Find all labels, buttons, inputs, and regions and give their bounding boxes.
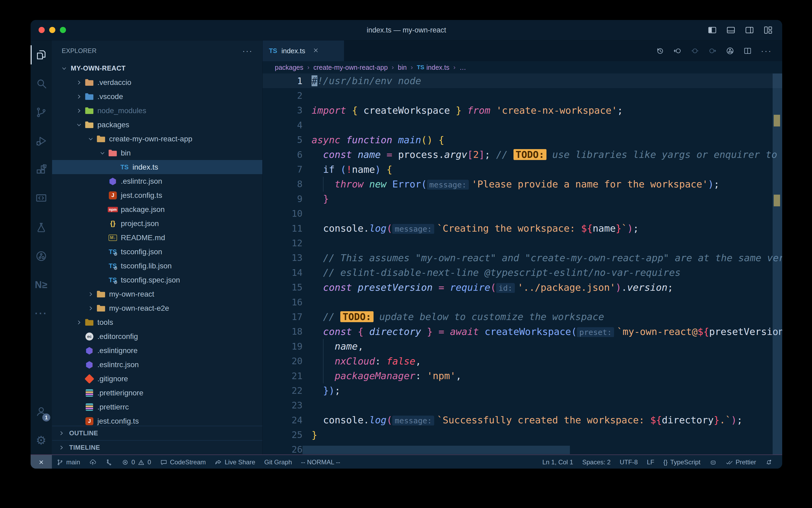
- status-encoding[interactable]: UTF-8: [615, 455, 642, 469]
- activity-item-run-debug[interactable]: [31, 127, 52, 156]
- split-editor-icon[interactable]: [744, 47, 752, 55]
- tree-item-.prettierrc[interactable]: .prettierrc: [52, 400, 262, 414]
- git-graph-circle-icon[interactable]: [726, 47, 734, 55]
- line-number[interactable]: 26: [262, 444, 302, 455]
- line-number[interactable]: 19: [262, 341, 302, 352]
- status-language-mode[interactable]: {}TypeScript: [659, 455, 705, 469]
- line-number[interactable]: 10: [262, 208, 302, 219]
- vertical-scrollbar[interactable]: [773, 74, 782, 455]
- history-icon[interactable]: [656, 47, 664, 55]
- line-number[interactable]: 13: [262, 252, 302, 263]
- line-number[interactable]: 14: [262, 267, 302, 278]
- breadcrumb-item--[interactable]: …: [460, 64, 466, 71]
- horizontal-scrollbar[interactable]: [302, 446, 570, 454]
- prev-change-icon[interactable]: [691, 47, 699, 55]
- tree-item-create-my-own-react-app[interactable]: create-my-own-react-app: [52, 132, 262, 146]
- line-number[interactable]: 12: [262, 238, 302, 248]
- activity-item-nx-console[interactable]: N≥: [31, 270, 52, 299]
- line-number[interactable]: 25: [262, 429, 302, 440]
- tree-item-.gitignore[interactable]: .gitignore: [52, 372, 262, 386]
- explorer-actions-button[interactable]: ···: [242, 46, 253, 55]
- status-intellicode[interactable]: [705, 455, 721, 469]
- tree-item-readme.md[interactable]: M↓README.md: [52, 230, 262, 245]
- tree-item-.vscode[interactable]: .vscode: [52, 89, 262, 103]
- tree-item-node-modules[interactable]: node_modules: [52, 103, 262, 118]
- tree-item-jest.config.ts[interactable]: Jjest.config.ts: [52, 414, 262, 426]
- status-codestream[interactable]: CodeStream: [156, 455, 210, 469]
- activity-item-git-graph[interactable]: [31, 242, 52, 270]
- tree-item-tsconfig.spec.json[interactable]: TS⚙tsconfig.spec.json: [52, 273, 262, 287]
- line-number[interactable]: 18: [262, 326, 302, 337]
- activity-item-testing[interactable]: [31, 213, 52, 242]
- sidebar-section-outline[interactable]: OUTLINE: [52, 426, 262, 440]
- status-publish-changes[interactable]: [85, 455, 101, 469]
- status-pipeline[interactable]: [101, 455, 117, 469]
- line-number[interactable]: 17: [262, 311, 302, 322]
- ellipsis-icon[interactable]: ···: [761, 46, 772, 55]
- status-remote-indicator[interactable]: [31, 455, 52, 469]
- open-changes-icon[interactable]: [673, 47, 682, 55]
- tree-item-.eslintrc.json[interactable]: ⬢.eslintrc.json: [52, 174, 262, 188]
- line-number[interactable]: 24: [262, 415, 302, 425]
- line-number[interactable]: 9: [262, 194, 302, 204]
- tree-root-my-own-react[interactable]: MY-OWN-REACT: [52, 61, 262, 75]
- line-number[interactable]: 11: [262, 223, 302, 234]
- line-number[interactable]: 3: [262, 105, 302, 116]
- tree-item-package.json[interactable]: npmpackage.json: [52, 202, 262, 216]
- layout-sidebar-left-icon[interactable]: [708, 26, 717, 35]
- tree-item-tsconfig.json[interactable]: TS⚙tsconfig.json: [52, 245, 262, 259]
- line-number[interactable]: 1: [262, 76, 302, 86]
- status-problems[interactable]: 00: [117, 455, 156, 469]
- status-cursor-position[interactable]: Ln 1, Col 1: [538, 455, 578, 469]
- line-number[interactable]: 6: [262, 150, 302, 160]
- tree-item-bin[interactable]: bin: [52, 146, 262, 160]
- activity-item-more-views[interactable]: ···: [31, 299, 52, 328]
- line-number[interactable]: 4: [262, 120, 302, 130]
- breadcrumb-item-bin[interactable]: bin: [398, 64, 407, 71]
- activity-item-extensions[interactable]: [31, 156, 52, 184]
- tree-item-jest.config.ts[interactable]: Jjest.config.ts: [52, 188, 262, 202]
- line-number[interactable]: 20: [262, 356, 302, 366]
- code-editor[interactable]: 1#!/usr/bin/env node23import { createWor…: [262, 74, 782, 455]
- line-number[interactable]: 5: [262, 134, 302, 145]
- line-number[interactable]: 2: [262, 90, 302, 101]
- tree-item-tools[interactable]: tools: [52, 315, 262, 329]
- layout-panel-icon[interactable]: [726, 26, 735, 35]
- sidebar-section-timeline[interactable]: TIMELINE: [52, 440, 262, 455]
- close-tab-icon[interactable]: [313, 47, 319, 54]
- status-indentation[interactable]: Spaces: 2: [578, 455, 615, 469]
- tree-item-.eslintrc.json[interactable]: ⬢.eslintrc.json: [52, 357, 262, 372]
- breadcrumb-item-index.ts[interactable]: TSindex.ts: [417, 64, 449, 71]
- line-number[interactable]: 23: [262, 400, 302, 411]
- breadcrumb-item-create-my-own-react-app[interactable]: create-my-own-react-app: [314, 64, 388, 71]
- line-number[interactable]: 21: [262, 371, 302, 381]
- line-number[interactable]: 7: [262, 164, 302, 175]
- tree-item-.prettierignore[interactable]: .prettierignore: [52, 386, 262, 400]
- line-number[interactable]: 8: [262, 179, 302, 189]
- activity-item-remote-explorer[interactable]: [31, 184, 52, 213]
- status-notifications[interactable]: [761, 455, 777, 469]
- layout-grid-icon[interactable]: [764, 26, 773, 35]
- tab-index-ts[interactable]: TS index.ts: [262, 40, 344, 61]
- activity-item-source-control[interactable]: [31, 98, 52, 127]
- activity-item-accounts[interactable]: 1: [31, 397, 52, 426]
- tree-item-.eslintignore[interactable]: ⬢.eslintignore: [52, 343, 262, 357]
- breadcrumb-item-packages[interactable]: packages: [275, 64, 303, 71]
- tree-item-my-own-react-e2e[interactable]: my-own-react-e2e: [52, 301, 262, 315]
- tree-item-index.ts[interactable]: TSindex.ts: [52, 160, 262, 174]
- status-prettier[interactable]: Prettier: [721, 455, 761, 469]
- tree-item-my-own-react[interactable]: my-own-react: [52, 287, 262, 301]
- activity-item-search[interactable]: [31, 69, 52, 98]
- status-git-graph[interactable]: Git Graph: [260, 455, 296, 469]
- tree-item-tsconfig.lib.json[interactable]: TS⚙tsconfig.lib.json: [52, 259, 262, 273]
- line-number[interactable]: 16: [262, 297, 302, 307]
- status-eol-sequence[interactable]: LF: [642, 455, 659, 469]
- tree-item-project.json[interactable]: {}project.json: [52, 216, 262, 230]
- line-number[interactable]: 22: [262, 385, 302, 396]
- tree-item-.editorconfig[interactable]: ec.editorconfig: [52, 329, 262, 343]
- activity-item-settings[interactable]: ⚙: [31, 426, 52, 455]
- status-live-share[interactable]: Live Share: [210, 455, 260, 469]
- next-change-icon[interactable]: [708, 47, 717, 55]
- status-git-branch[interactable]: main: [52, 455, 85, 469]
- layout-sidebar-right-icon[interactable]: [745, 26, 754, 35]
